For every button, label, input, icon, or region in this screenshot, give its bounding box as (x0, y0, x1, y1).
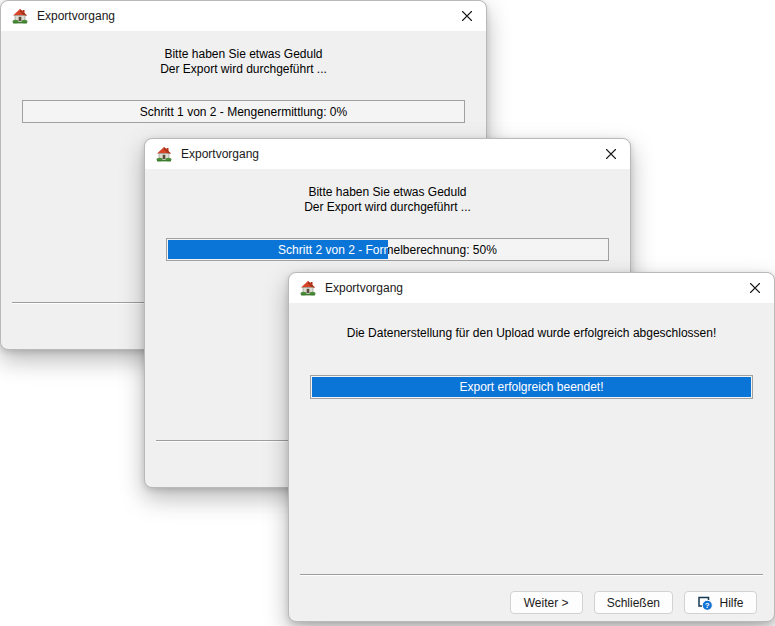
status-line: Bitte haben Sie etwas Geduld (145, 185, 630, 200)
progress-label: Export erfolgreich beendet! (312, 377, 751, 397)
titlebar[interactable]: Exportvorgang (289, 273, 774, 303)
status-line: Die Datenerstellung für den Upload wurde… (289, 326, 774, 341)
progress-bar: Schritt 1 von 2 - Mengenermittlung: 0% S… (22, 100, 465, 123)
status-line: Der Export wird durchgeführt ... (1, 62, 486, 77)
window-title: Exportvorgang (37, 9, 115, 23)
status-line: Der Export wird durchgeführt ... (145, 200, 630, 215)
dialog-footer: Weiter > Schließen ? Hilfe (510, 591, 757, 614)
status-message: Bitte haben Sie etwas Geduld Der Export … (145, 185, 630, 215)
titlebar[interactable]: Exportvorgang (145, 139, 630, 169)
house-icon (156, 146, 172, 162)
export-dialog-finished: Exportvorgang Die Datenerstellung für de… (288, 272, 775, 622)
next-button[interactable]: Weiter > (510, 591, 583, 614)
progress-fill: Schritt 2 von 2 - Formelberechnung: 50% (168, 240, 388, 259)
close-button-label: Schließen (607, 596, 660, 610)
window-title: Exportvorgang (181, 147, 259, 161)
progress-bar: Export erfolgreich beendet! Export erfol… (310, 375, 753, 399)
house-icon (300, 280, 316, 296)
house-icon (12, 8, 28, 24)
progress-bar: Schritt 2 von 2 - Formelberechnung: 50% … (166, 238, 609, 261)
status-message: Bitte haben Sie etwas Geduld Der Export … (1, 47, 486, 77)
close-icon[interactable] (747, 280, 763, 296)
footer-separator (300, 574, 763, 576)
close-icon[interactable] (603, 146, 619, 162)
help-icon: ? (697, 595, 713, 611)
status-message: Die Datenerstellung für den Upload wurde… (289, 326, 774, 341)
help-button[interactable]: ? Hilfe (684, 591, 757, 614)
close-button[interactable]: Schließen (594, 591, 673, 614)
progress-label: Schritt 2 von 2 - Formelberechnung: 50% (168, 240, 388, 259)
progress-label: Schritt 1 von 2 - Mengenermittlung: 0% (24, 102, 463, 121)
close-icon[interactable] (459, 8, 475, 24)
titlebar[interactable]: Exportvorgang (1, 1, 486, 31)
window-title: Exportvorgang (325, 281, 403, 295)
next-button-label: Weiter > (524, 596, 569, 610)
help-button-label: Hilfe (719, 596, 743, 610)
status-line: Bitte haben Sie etwas Geduld (1, 47, 486, 62)
svg-text:?: ? (705, 601, 710, 610)
progress-fill: Export erfolgreich beendet! (312, 377, 751, 397)
